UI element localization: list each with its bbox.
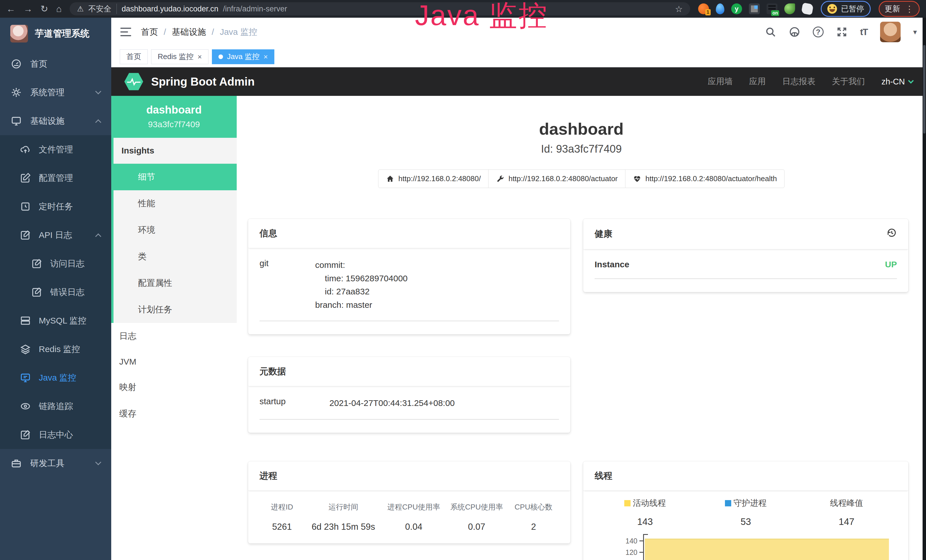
spring-boot-admin-logo-icon[interactable] <box>124 72 143 91</box>
instance-sidebar: dashboard 93a3fc7f7409 Insights 细节 性能 环境… <box>111 96 237 560</box>
close-icon[interactable]: × <box>198 53 202 61</box>
gauge-icon <box>11 59 22 69</box>
page-scrollbar[interactable] <box>923 18 926 560</box>
sba-nav-about[interactable]: 关于我们 <box>832 76 865 87</box>
security-label: 不安全 <box>88 4 117 14</box>
legend-peak-threads: 线程峰值 <box>796 498 897 509</box>
sidebar-item-infra[interactable]: 基础设施 <box>0 107 111 135</box>
scrollbar-thumb[interactable] <box>923 45 925 133</box>
browser-menu-kebab-icon[interactable]: ⋮ <box>905 4 914 14</box>
sidebar-item-dev-tools[interactable]: 研发工具 <box>0 449 111 478</box>
menu-item-logs[interactable]: 日志 <box>111 323 237 350</box>
sidebar-item-access-log[interactable]: 访问日志 <box>0 249 111 278</box>
menu-item-details[interactable]: 细节 <box>113 164 237 190</box>
sidebar-item-system[interactable]: 系统管理 <box>0 78 111 107</box>
extension-orange-icon[interactable]: 1 <box>698 3 709 14</box>
threads-legend-values: 143 53 147 <box>595 516 897 527</box>
sba-nav-journal[interactable]: 日志报表 <box>782 76 816 87</box>
sidebar-item-label: Redis 监控 <box>39 344 80 355</box>
menu-item-jvm[interactable]: JVM <box>111 350 237 374</box>
tab-home[interactable]: 首页 <box>120 49 148 64</box>
breadcrumb-infra[interactable]: 基础设施 <box>172 26 206 38</box>
sidebar-item-file-manage[interactable]: 文件管理 <box>0 135 111 164</box>
sidebar-item-redis-monitor[interactable]: Redis 监控 <box>0 335 111 363</box>
menu-item-classes[interactable]: 类 <box>113 243 237 270</box>
address-bar[interactable]: ⚠ 不安全 dashboard.yudao.iocoder.cn /infra/… <box>70 2 690 15</box>
sidebar-item-label: 访问日志 <box>50 258 85 269</box>
browser-reload-icon[interactable]: ↻ <box>41 4 48 14</box>
instance-page-head: dashboard Id: 93a3fc7f7409 <box>237 119 926 155</box>
extension-leaf-icon[interactable] <box>784 3 795 14</box>
fullscreen-icon[interactable] <box>836 26 847 38</box>
close-icon[interactable]: × <box>263 53 268 61</box>
process-col-cores: CPU核心数 <box>508 501 559 513</box>
menu-item-metrics[interactable]: 性能 <box>113 190 237 217</box>
sba-nav-wallboard[interactable]: 应用墙 <box>708 76 732 87</box>
bookmark-star-icon[interactable]: ☆ <box>675 4 683 14</box>
extension-y-icon[interactable]: y <box>731 3 742 14</box>
threads-card: 线程 活动线程 守护进程 线程峰值 <box>583 461 908 560</box>
instance-header[interactable]: dashboard 93a3fc7f7409 <box>111 96 237 138</box>
tab-redis-monitor[interactable]: Redis 监控 × <box>151 49 209 64</box>
actuator-url-button[interactable]: http://192.168.0.2:48080/actuator <box>488 170 625 188</box>
tab-java-monitor[interactable]: Java 监控 × <box>212 49 274 64</box>
sidebar-item-java-monitor[interactable]: Java 监控 <box>0 363 111 392</box>
app-logo-row[interactable]: 芋道管理系统 <box>0 18 111 50</box>
sidebar-item-error-log[interactable]: 错误日志 <box>0 278 111 306</box>
extension-grid-icon[interactable] <box>749 3 760 14</box>
sidebar-item-log-center[interactable]: 日志中心 <box>0 421 111 449</box>
health-history-icon[interactable] <box>886 227 897 241</box>
server-icon <box>20 315 31 326</box>
health-url-button[interactable]: http://192.168.0.2:48080/actuator/health <box>625 170 785 188</box>
threads-card-body: 活动线程 守护进程 线程峰值 143 53 147 <box>583 491 908 560</box>
sba-brand-title[interactable]: Spring Boot Admin <box>151 75 255 88</box>
sidebar-item-scheduled-jobs[interactable]: 定时任务 <box>0 192 111 221</box>
chevron-up-icon <box>95 119 101 125</box>
sidebar-item-home[interactable]: 首页 <box>0 50 111 78</box>
layers-icon <box>20 344 31 354</box>
breadcrumb-home[interactable]: 首页 <box>141 26 158 38</box>
daemon-threads-value: 53 <box>695 516 796 527</box>
avatar-caret-icon[interactable]: ▾ <box>913 28 917 36</box>
edit-square-icon <box>20 429 31 440</box>
security-warning-icon[interactable]: ⚠ <box>77 5 83 14</box>
locale-selector[interactable]: zh-CN <box>882 77 913 86</box>
process-card-body: 进程ID 运行时间 进程CPU使用率 系统CPU使用率 CPU核心数 5261 <box>248 491 570 543</box>
font-size-icon[interactable]: tT <box>860 27 867 37</box>
legend-blue-swatch-icon <box>725 500 731 506</box>
help-icon[interactable]: ? <box>813 27 824 37</box>
github-icon[interactable] <box>789 26 800 38</box>
wrench-icon <box>496 175 504 183</box>
extension-pin-icon[interactable] <box>716 3 724 14</box>
sidebar-item-config-manage[interactable]: 配置管理 <box>0 164 111 192</box>
sidebar-item-api-log[interactable]: API 日志 <box>0 221 111 249</box>
service-url-button[interactable]: http://192.168.0.2:48080/ <box>378 170 489 188</box>
browser-home-icon[interactable]: ⌂ <box>56 4 62 14</box>
extensions-puzzle-icon[interactable] <box>801 3 814 15</box>
menu-item-mappings[interactable]: 映射 <box>111 374 237 401</box>
sidebar-collapse-icon[interactable] <box>120 28 131 36</box>
user-avatar[interactable] <box>880 22 900 42</box>
profile-paused-chip[interactable]: 已暂停 <box>821 1 871 17</box>
browser-forward-icon[interactable]: → <box>23 4 33 14</box>
process-value-row: 5261 6d 23h 15m 59s 0.04 0.07 2 <box>260 513 559 533</box>
admin-sidebar: 芋道管理系统 首页 系统管理 基础设施 文件管理 配置管理 <box>0 18 111 560</box>
sidebar-item-label: 系统管理 <box>30 87 65 98</box>
sba-nav-applications[interactable]: 应用 <box>749 76 766 87</box>
menu-item-caches[interactable]: 缓存 <box>111 401 237 427</box>
browser-back-icon[interactable]: ← <box>6 4 15 14</box>
process-card: 进程 进程ID 运行时间 进程CPU使用率 系统CPU使用率 CPU核心数 <box>248 461 570 543</box>
legend-yellow-swatch-icon <box>624 500 631 506</box>
search-icon[interactable] <box>765 26 776 38</box>
tab-label: Redis 监控 <box>158 51 194 62</box>
menu-item-scheduled-tasks[interactable]: 计划任务 <box>113 297 237 323</box>
extension-switch-icon[interactable]: on <box>767 3 778 14</box>
sidebar-item-mysql-monitor[interactable]: MySQL 监控 <box>0 306 111 335</box>
breadcrumb: 首页 / 基础设施 / Java 监控 <box>141 26 257 38</box>
chart-plot-area <box>643 534 889 560</box>
browser-update-button[interactable]: 更新 ⋮ <box>879 1 920 17</box>
menu-item-config-props[interactable]: 配置属性 <box>113 270 237 297</box>
sidebar-item-label: 错误日志 <box>50 286 85 298</box>
sidebar-item-trace[interactable]: 链路追踪 <box>0 392 111 421</box>
menu-item-environment[interactable]: 环境 <box>113 217 237 243</box>
